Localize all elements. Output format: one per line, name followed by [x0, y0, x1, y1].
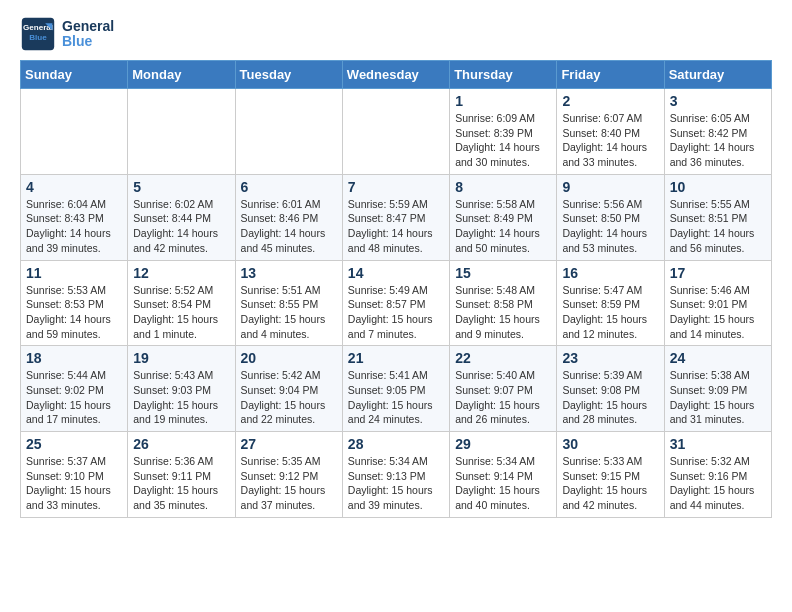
day-info: Sunrise: 5:58 AM Sunset: 8:49 PM Dayligh… [455, 197, 551, 256]
calendar-cell: 12Sunrise: 5:52 AM Sunset: 8:54 PM Dayli… [128, 260, 235, 346]
day-number: 22 [455, 350, 551, 366]
calendar-cell: 4Sunrise: 6:04 AM Sunset: 8:43 PM Daylig… [21, 174, 128, 260]
calendar-cell: 31Sunrise: 5:32 AM Sunset: 9:16 PM Dayli… [664, 432, 771, 518]
col-header-friday: Friday [557, 61, 664, 89]
day-number: 7 [348, 179, 444, 195]
day-info: Sunrise: 5:40 AM Sunset: 9:07 PM Dayligh… [455, 368, 551, 427]
day-number: 20 [241, 350, 337, 366]
day-info: Sunrise: 6:04 AM Sunset: 8:43 PM Dayligh… [26, 197, 122, 256]
day-number: 21 [348, 350, 444, 366]
day-number: 31 [670, 436, 766, 452]
day-number: 1 [455, 93, 551, 109]
day-info: Sunrise: 5:41 AM Sunset: 9:05 PM Dayligh… [348, 368, 444, 427]
day-info: Sunrise: 6:01 AM Sunset: 8:46 PM Dayligh… [241, 197, 337, 256]
day-number: 6 [241, 179, 337, 195]
day-number: 23 [562, 350, 658, 366]
day-info: Sunrise: 6:02 AM Sunset: 8:44 PM Dayligh… [133, 197, 229, 256]
day-info: Sunrise: 5:46 AM Sunset: 9:01 PM Dayligh… [670, 283, 766, 342]
calendar-cell: 28Sunrise: 5:34 AM Sunset: 9:13 PM Dayli… [342, 432, 449, 518]
day-info: Sunrise: 6:05 AM Sunset: 8:42 PM Dayligh… [670, 111, 766, 170]
day-info: Sunrise: 5:35 AM Sunset: 9:12 PM Dayligh… [241, 454, 337, 513]
day-number: 2 [562, 93, 658, 109]
calendar-cell: 2Sunrise: 6:07 AM Sunset: 8:40 PM Daylig… [557, 89, 664, 175]
day-info: Sunrise: 6:09 AM Sunset: 8:39 PM Dayligh… [455, 111, 551, 170]
day-info: Sunrise: 5:43 AM Sunset: 9:03 PM Dayligh… [133, 368, 229, 427]
calendar-week-row: 11Sunrise: 5:53 AM Sunset: 8:53 PM Dayli… [21, 260, 772, 346]
day-number: 15 [455, 265, 551, 281]
day-number: 25 [26, 436, 122, 452]
calendar-cell: 25Sunrise: 5:37 AM Sunset: 9:10 PM Dayli… [21, 432, 128, 518]
day-info: Sunrise: 5:36 AM Sunset: 9:11 PM Dayligh… [133, 454, 229, 513]
day-number: 27 [241, 436, 337, 452]
calendar-cell: 30Sunrise: 5:33 AM Sunset: 9:15 PM Dayli… [557, 432, 664, 518]
day-info: Sunrise: 5:55 AM Sunset: 8:51 PM Dayligh… [670, 197, 766, 256]
calendar-cell: 27Sunrise: 5:35 AM Sunset: 9:12 PM Dayli… [235, 432, 342, 518]
day-number: 4 [26, 179, 122, 195]
calendar-cell: 16Sunrise: 5:47 AM Sunset: 8:59 PM Dayli… [557, 260, 664, 346]
day-info: Sunrise: 5:53 AM Sunset: 8:53 PM Dayligh… [26, 283, 122, 342]
calendar-cell: 9Sunrise: 5:56 AM Sunset: 8:50 PM Daylig… [557, 174, 664, 260]
col-header-saturday: Saturday [664, 61, 771, 89]
day-number: 18 [26, 350, 122, 366]
day-number: 16 [562, 265, 658, 281]
day-info: Sunrise: 5:32 AM Sunset: 9:16 PM Dayligh… [670, 454, 766, 513]
day-info: Sunrise: 5:56 AM Sunset: 8:50 PM Dayligh… [562, 197, 658, 256]
day-number: 19 [133, 350, 229, 366]
day-number: 14 [348, 265, 444, 281]
svg-text:Blue: Blue [29, 33, 47, 42]
day-number: 8 [455, 179, 551, 195]
calendar-cell: 24Sunrise: 5:38 AM Sunset: 9:09 PM Dayli… [664, 346, 771, 432]
day-number: 30 [562, 436, 658, 452]
day-number: 13 [241, 265, 337, 281]
calendar-table: SundayMondayTuesdayWednesdayThursdayFrid… [20, 60, 772, 518]
calendar-cell [21, 89, 128, 175]
day-info: Sunrise: 5:34 AM Sunset: 9:14 PM Dayligh… [455, 454, 551, 513]
calendar-cell: 5Sunrise: 6:02 AM Sunset: 8:44 PM Daylig… [128, 174, 235, 260]
logo: General Blue General Blue [20, 16, 114, 52]
day-number: 29 [455, 436, 551, 452]
col-header-sunday: Sunday [21, 61, 128, 89]
calendar-week-row: 1Sunrise: 6:09 AM Sunset: 8:39 PM Daylig… [21, 89, 772, 175]
day-number: 9 [562, 179, 658, 195]
day-number: 12 [133, 265, 229, 281]
calendar-week-row: 25Sunrise: 5:37 AM Sunset: 9:10 PM Dayli… [21, 432, 772, 518]
calendar-cell: 18Sunrise: 5:44 AM Sunset: 9:02 PM Dayli… [21, 346, 128, 432]
calendar-cell: 11Sunrise: 5:53 AM Sunset: 8:53 PM Dayli… [21, 260, 128, 346]
logo-general: General [62, 19, 114, 34]
calendar-cell: 14Sunrise: 5:49 AM Sunset: 8:57 PM Dayli… [342, 260, 449, 346]
day-info: Sunrise: 5:52 AM Sunset: 8:54 PM Dayligh… [133, 283, 229, 342]
col-header-monday: Monday [128, 61, 235, 89]
calendar-week-row: 18Sunrise: 5:44 AM Sunset: 9:02 PM Dayli… [21, 346, 772, 432]
calendar-cell: 10Sunrise: 5:55 AM Sunset: 8:51 PM Dayli… [664, 174, 771, 260]
calendar-week-row: 4Sunrise: 6:04 AM Sunset: 8:43 PM Daylig… [21, 174, 772, 260]
logo-icon: General Blue [20, 16, 56, 52]
calendar-cell: 13Sunrise: 5:51 AM Sunset: 8:55 PM Dayli… [235, 260, 342, 346]
col-header-thursday: Thursday [450, 61, 557, 89]
day-info: Sunrise: 5:42 AM Sunset: 9:04 PM Dayligh… [241, 368, 337, 427]
calendar-cell: 23Sunrise: 5:39 AM Sunset: 9:08 PM Dayli… [557, 346, 664, 432]
calendar-cell: 1Sunrise: 6:09 AM Sunset: 8:39 PM Daylig… [450, 89, 557, 175]
calendar-cell: 21Sunrise: 5:41 AM Sunset: 9:05 PM Dayli… [342, 346, 449, 432]
calendar-cell [235, 89, 342, 175]
header: General Blue General Blue [20, 16, 772, 52]
calendar-cell: 7Sunrise: 5:59 AM Sunset: 8:47 PM Daylig… [342, 174, 449, 260]
calendar-cell [342, 89, 449, 175]
day-info: Sunrise: 5:39 AM Sunset: 9:08 PM Dayligh… [562, 368, 658, 427]
col-header-wednesday: Wednesday [342, 61, 449, 89]
day-info: Sunrise: 5:37 AM Sunset: 9:10 PM Dayligh… [26, 454, 122, 513]
day-number: 26 [133, 436, 229, 452]
calendar-cell: 26Sunrise: 5:36 AM Sunset: 9:11 PM Dayli… [128, 432, 235, 518]
day-info: Sunrise: 5:38 AM Sunset: 9:09 PM Dayligh… [670, 368, 766, 427]
day-info: Sunrise: 5:49 AM Sunset: 8:57 PM Dayligh… [348, 283, 444, 342]
calendar-cell [128, 89, 235, 175]
col-header-tuesday: Tuesday [235, 61, 342, 89]
day-number: 5 [133, 179, 229, 195]
calendar-cell: 29Sunrise: 5:34 AM Sunset: 9:14 PM Dayli… [450, 432, 557, 518]
day-info: Sunrise: 5:51 AM Sunset: 8:55 PM Dayligh… [241, 283, 337, 342]
calendar-cell: 8Sunrise: 5:58 AM Sunset: 8:49 PM Daylig… [450, 174, 557, 260]
logo-blue: Blue [62, 34, 114, 49]
day-number: 11 [26, 265, 122, 281]
calendar-cell: 6Sunrise: 6:01 AM Sunset: 8:46 PM Daylig… [235, 174, 342, 260]
day-info: Sunrise: 5:34 AM Sunset: 9:13 PM Dayligh… [348, 454, 444, 513]
calendar-cell: 15Sunrise: 5:48 AM Sunset: 8:58 PM Dayli… [450, 260, 557, 346]
